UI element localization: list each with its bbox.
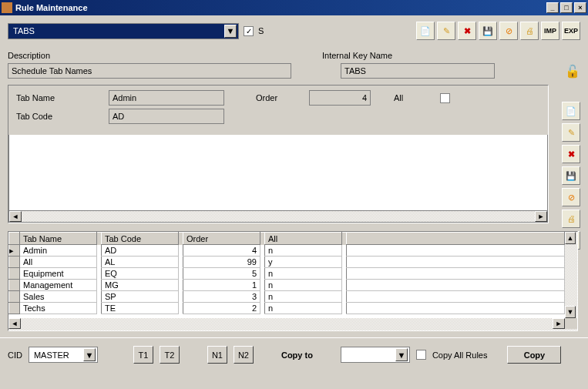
- minimize-button[interactable]: _: [546, 2, 559, 13]
- window-controls: _ □ ×: [546, 2, 586, 13]
- cid-combo[interactable]: MASTER ▼: [29, 347, 98, 363]
- side-toolbar: 📄 ✎ ✖ 💾 ⊘ 🖨 📋: [562, 102, 580, 250]
- cell[interactable]: n: [265, 291, 342, 303]
- grid-corner: [9, 233, 20, 245]
- cell[interactable]: n: [265, 245, 342, 257]
- cell[interactable]: 4: [183, 245, 260, 257]
- grid-header-tabcode[interactable]: Tab Code: [102, 233, 179, 245]
- cell[interactable]: 99: [183, 257, 260, 268]
- data-grid[interactable]: Tab Name Tab Code Order All ▸AdminAD4nAl…: [8, 232, 565, 314]
- cell[interactable]: EQ: [102, 268, 179, 280]
- grid-hscroll[interactable]: ◄ ►: [8, 318, 577, 330]
- side-edit-button[interactable]: ✎: [562, 123, 580, 142]
- cell[interactable]: Equipment: [20, 268, 97, 280]
- tabcode-field[interactable]: AD: [109, 109, 224, 124]
- table-row[interactable]: EquipmentEQ5n: [9, 268, 565, 280]
- order-field[interactable]: 4: [309, 90, 371, 106]
- chevron-down-icon[interactable]: ▼: [224, 25, 237, 38]
- cell[interactable]: n: [265, 268, 342, 280]
- table-row[interactable]: AllAL99y: [9, 257, 565, 268]
- scroll-down-icon[interactable]: ▼: [565, 306, 576, 318]
- t2-button[interactable]: T2: [160, 346, 180, 364]
- page-plus-icon: 📄: [420, 26, 431, 36]
- grid-header-order[interactable]: Order: [183, 233, 260, 245]
- row-selector[interactable]: [9, 303, 20, 314]
- grid-vscroll[interactable]: ▲ ▼: [565, 232, 577, 318]
- row-selector[interactable]: [9, 291, 20, 303]
- internal-key-field[interactable]: TABS: [341, 63, 495, 79]
- side-cancel-button[interactable]: ⊘: [562, 188, 580, 206]
- cell[interactable]: 3: [183, 291, 260, 303]
- scroll-right-icon[interactable]: ►: [535, 211, 547, 222]
- delete-icon: ✖: [464, 26, 471, 36]
- export-button[interactable]: EXP: [562, 22, 580, 40]
- cell[interactable]: MG: [102, 280, 179, 291]
- scroll-right-icon[interactable]: ►: [553, 318, 565, 329]
- detail-panel: Tab Name Admin Order 4 All Tab Code AD ◄…: [8, 85, 549, 223]
- cell[interactable]: Sales: [20, 291, 97, 303]
- cell[interactable]: TE: [102, 303, 179, 314]
- cell[interactable]: y: [265, 257, 342, 268]
- side-delete-button[interactable]: ✖: [562, 145, 580, 163]
- cell[interactable]: SP: [102, 291, 179, 303]
- cell[interactable]: AD: [102, 245, 179, 257]
- scroll-left-icon[interactable]: ◄: [9, 211, 22, 222]
- cell[interactable]: Admin: [20, 245, 97, 257]
- cell[interactable]: All: [20, 257, 97, 268]
- row-selector[interactable]: [9, 268, 20, 280]
- tabcode-label: Tab Code: [16, 112, 86, 121]
- side-print-button[interactable]: 🖨: [562, 210, 580, 228]
- t1-button[interactable]: T1: [133, 346, 153, 364]
- cell[interactable]: 1: [183, 280, 260, 291]
- all-label: All: [394, 93, 417, 102]
- unlock-icon[interactable]: 🔓: [565, 64, 580, 79]
- new-button[interactable]: 📄: [416, 22, 435, 40]
- edit-button[interactable]: ✎: [437, 22, 455, 40]
- s-checkbox[interactable]: ✓: [244, 26, 254, 36]
- description-field[interactable]: Schedule Tab Names: [8, 63, 291, 79]
- table-row[interactable]: ▸AdminAD4n: [9, 245, 565, 257]
- copy-all-checkbox[interactable]: [416, 350, 426, 360]
- delete-button[interactable]: ✖: [458, 22, 476, 40]
- cell[interactable]: n: [265, 280, 342, 291]
- row-selector[interactable]: [9, 257, 20, 268]
- copy-to-combo[interactable]: ▼: [341, 347, 410, 363]
- print-button[interactable]: 🖨: [520, 22, 539, 40]
- cell[interactable]: 5: [183, 268, 260, 280]
- tabname-field[interactable]: Admin: [109, 90, 224, 106]
- n2-button[interactable]: N2: [234, 346, 254, 364]
- table-row[interactable]: TechsTE2n: [9, 303, 565, 314]
- side-save-button[interactable]: 💾: [562, 166, 580, 185]
- copy-button[interactable]: Copy: [507, 346, 561, 364]
- row-selector[interactable]: ▸: [9, 245, 20, 257]
- side-new-button[interactable]: 📄: [562, 102, 580, 120]
- print-icon: 🖨: [567, 214, 576, 223]
- grid-header-tabname[interactable]: Tab Name: [20, 233, 97, 245]
- row-selector[interactable]: [9, 280, 20, 291]
- cancel-icon: ⊘: [568, 193, 575, 203]
- n1-button[interactable]: N1: [207, 346, 227, 364]
- grid-header-all[interactable]: All: [265, 233, 342, 245]
- cancel-button[interactable]: ⊘: [499, 22, 518, 40]
- scroll-up-icon[interactable]: ▲: [565, 232, 576, 244]
- edit-icon: ✎: [568, 128, 575, 138]
- table-row[interactable]: SalesSP3n: [9, 291, 565, 303]
- print-icon: 🖨: [526, 26, 534, 35]
- scroll-left-icon[interactable]: ◄: [8, 318, 21, 329]
- description-label: Description: [8, 51, 307, 60]
- chevron-down-icon[interactable]: ▼: [83, 348, 96, 361]
- maximize-button[interactable]: □: [560, 2, 573, 13]
- cell[interactable]: 2: [183, 303, 260, 314]
- rule-select-combo[interactable]: TABS ▼: [8, 23, 239, 39]
- all-checkbox[interactable]: [440, 93, 450, 103]
- chevron-down-icon[interactable]: ▼: [395, 348, 408, 361]
- cell[interactable]: Techs: [20, 303, 97, 314]
- cell[interactable]: Management: [20, 280, 97, 291]
- cell[interactable]: AL: [102, 257, 179, 268]
- close-button[interactable]: ×: [574, 2, 586, 13]
- cell[interactable]: n: [265, 303, 342, 314]
- import-button[interactable]: IMP: [541, 22, 559, 40]
- detail-hscroll[interactable]: ◄ ►: [8, 210, 548, 223]
- table-row[interactable]: ManagementMG1n: [9, 280, 565, 291]
- save-button[interactable]: 💾: [479, 22, 497, 40]
